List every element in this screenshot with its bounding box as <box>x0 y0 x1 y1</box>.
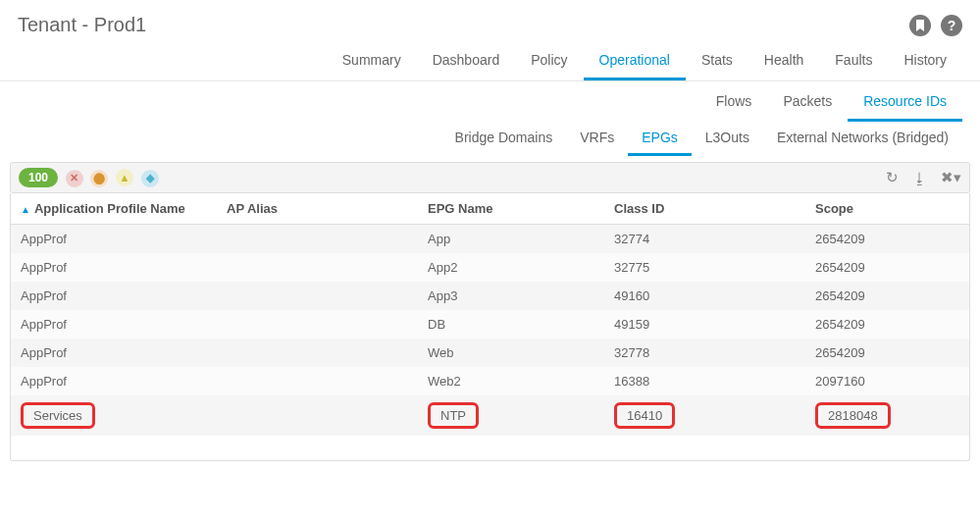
cell-ap: AppProf <box>21 345 227 360</box>
cell-ap: AppProf <box>21 232 227 246</box>
cell-epg: App3 <box>428 288 614 303</box>
subtab-resource-ids[interactable]: Resource IDs <box>848 83 962 122</box>
col-class-id[interactable]: Class ID <box>614 201 815 216</box>
subtab-flows[interactable]: Flows <box>700 83 768 122</box>
tab-health[interactable]: Health <box>748 42 819 80</box>
table-row[interactable]: ServicesNTP164102818048 <box>11 395 969 436</box>
help-icon[interactable]: ? <box>941 15 962 36</box>
col-epg-name[interactable]: EPG Name <box>428 201 614 216</box>
table-row[interactable]: AppProfDB491592654209 <box>11 310 969 339</box>
col-scope[interactable]: Scope <box>815 201 959 216</box>
sstab-vrfs[interactable]: VRFs <box>566 124 628 156</box>
health-badge: 100 <box>19 168 58 187</box>
table-row[interactable]: AppProfApp327742654209 <box>11 225 969 253</box>
tab-faults[interactable]: Faults <box>819 42 888 80</box>
sstab-external-networks-bridged-[interactable]: External Networks (Bridged) <box>763 124 962 156</box>
table-header: Application Profile Name AP Alias EPG Na… <box>11 193 969 225</box>
subtab-packets[interactable]: Packets <box>767 83 848 122</box>
cell-epg: NTP <box>428 402 614 429</box>
cell-scope: 2654209 <box>815 232 959 246</box>
cell-cls: 32778 <box>614 345 815 360</box>
tab-dashboard[interactable]: Dashboard <box>417 42 516 80</box>
table-row[interactable]: AppProfApp2327752654209 <box>11 253 969 282</box>
cell-scope: 2654209 <box>815 288 959 303</box>
cell-cls: 16410 <box>614 402 815 429</box>
cell-epg: Web <box>428 345 614 360</box>
cell-scope: 2818048 <box>815 402 959 429</box>
sstab-l3outs[interactable]: L3Outs <box>692 124 763 156</box>
tab-operational[interactable]: Operational <box>584 42 686 80</box>
fault-critical-icon[interactable]: ✕ <box>66 170 83 187</box>
tab-history[interactable]: History <box>888 42 962 80</box>
table-row[interactable]: AppProfApp3491602654209 <box>11 282 969 310</box>
cell-cls: 49160 <box>614 288 815 303</box>
page-title: Tenant - Prod1 <box>18 14 146 36</box>
col-ap-name[interactable]: Application Profile Name <box>21 201 227 216</box>
cell-ap: AppProf <box>21 374 227 389</box>
table-toolbar: 100 ✕ ⬤ ▲ ◆ ↻ ⭳ ✖▾ <box>10 162 970 193</box>
cell-cls: 49159 <box>614 317 815 332</box>
cell-epg: Web2 <box>428 374 614 389</box>
cell-ap: AppProf <box>21 260 227 275</box>
cell-cls: 16388 <box>614 374 815 389</box>
cell-epg: DB <box>428 317 614 332</box>
sstab-epgs[interactable]: EPGs <box>628 124 692 156</box>
cell-ap: AppProf <box>21 288 227 303</box>
tools-icon[interactable]: ✖▾ <box>941 169 961 186</box>
cell-epg: App <box>428 232 614 246</box>
sstab-bridge-domains[interactable]: Bridge Domains <box>441 124 567 156</box>
tab-summary[interactable]: Summary <box>327 42 417 80</box>
cell-scope: 2654209 <box>815 317 959 332</box>
tab-policy[interactable]: Policy <box>515 42 583 80</box>
epg-table: Application Profile Name AP Alias EPG Na… <box>10 193 970 461</box>
cell-ap: AppProf <box>21 317 227 332</box>
refresh-icon[interactable]: ↻ <box>886 169 899 186</box>
cell-scope: 2654209 <box>815 260 959 275</box>
fault-minor-icon[interactable]: ▲ <box>116 169 133 186</box>
bookmark-icon[interactable] <box>909 15 931 36</box>
cell-cls: 32775 <box>614 260 815 275</box>
table-row[interactable]: AppProfWeb2163882097160 <box>11 367 969 395</box>
cell-scope: 2097160 <box>815 374 959 389</box>
cell-ap: Services <box>21 402 227 429</box>
fault-major-icon[interactable]: ⬤ <box>90 170 108 187</box>
cell-scope: 2654209 <box>815 345 959 360</box>
cell-epg: App2 <box>428 260 614 275</box>
col-ap-alias[interactable]: AP Alias <box>227 201 428 216</box>
fault-warning-icon[interactable]: ◆ <box>141 170 159 187</box>
cell-cls: 32774 <box>614 232 815 246</box>
download-icon[interactable]: ⭳ <box>912 170 927 186</box>
tab-stats[interactable]: Stats <box>686 42 748 80</box>
table-row[interactable]: AppProfWeb327782654209 <box>11 339 969 367</box>
